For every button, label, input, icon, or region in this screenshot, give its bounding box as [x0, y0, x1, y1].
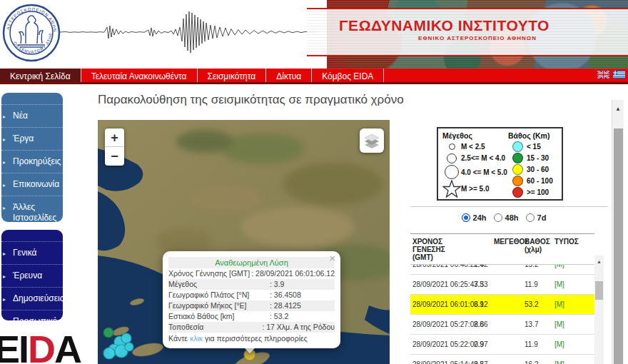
legend-depth-item: < 15 [508, 141, 553, 153]
observatory-seal-logo: ΑΣΤΕΡΟΣΚΟΠΕΙΟΝ ΑΘΗΝΩΝ OBSERVATORY ATHENS [2, 4, 61, 62]
popup-row-value: : 3.9 [270, 279, 284, 290]
radio-button-icon[interactable] [526, 213, 535, 222]
sidebar-item-label: Νέα [13, 111, 28, 121]
popup-row: Γεωγραφικό Πλάτος [°N]: 36.4508 [168, 290, 335, 300]
popup-row-value: : 28/09/2021 06:01:06.12 [251, 268, 335, 279]
cell-depth: 53.2 [525, 295, 554, 314]
table-scrollbar[interactable]: ▲ [594, 256, 604, 364]
table-scroll-up-icon[interactable]: ▲ [594, 256, 604, 268]
map-layers-button[interactable] [360, 128, 384, 153]
radio-24h[interactable]: 24h [462, 213, 487, 222]
seismogram-trace [60, 6, 317, 59]
table-row[interactable]: 28/09/2021 05:27:08.862.613.7[M] [410, 315, 594, 335]
cell-magnitude: 3.3 [474, 275, 525, 294]
sidebar-item-label: Προσωπικό [13, 316, 57, 320]
event-marker-cyan-depth-lt15[interactable] [125, 343, 133, 351]
nav-item[interactable]: Τελευταία Ανακοινωθέντα [81, 69, 198, 82]
panel-divider [410, 206, 608, 207]
institute-subtitle: ΕΘΝΙΚΟ ΑΣΤΕΡΟΣΚΟΠΕΙΟ ΑΘΗΝΩΝ [339, 35, 542, 41]
bullet-icon: ▸ [3, 111, 6, 122]
table-row[interactable]: 28/09/2021 05:22:00.972.911.9[M] [410, 335, 594, 355]
sidebar-menu-secondary: ▸Γενικά▸Έρευνα▸Δημοσιεύσεις▸Προσωπικό [1, 230, 63, 320]
cell-magnitude: 2.9 [474, 335, 525, 354]
bullet-icon: ▸ [3, 248, 6, 259]
sidebar-item[interactable]: ▸Γενικά [1, 241, 63, 264]
table-header-cell: ΧΡΟΝΟΣ ΓΕΝΕΣΗΣ (GMT) [410, 238, 474, 261]
popup-row: Χρόνος Γέννησης [GMT]: 28/09/2021 06:01:… [168, 268, 335, 279]
sidebar-item[interactable]: ▸Δημοσιεύσεις [1, 287, 63, 310]
table-header-cell: ΤΥΠΟΣ [554, 238, 591, 261]
page-title: Παρακολούθηση της σεισμικότητας σε πραγμ… [98, 93, 404, 107]
zoom-in-button[interactable]: + [105, 128, 124, 147]
depth-circle [512, 176, 523, 186]
radio-48h[interactable]: 48h [494, 213, 519, 222]
page-scroll-thumb[interactable] [614, 128, 623, 364]
nav-item[interactable]: Σεισμικότητα [198, 69, 267, 82]
popup-more-info-link[interactable]: κλικ [190, 334, 203, 343]
radio-button-icon[interactable] [462, 213, 470, 222]
sidebar-item-label: Δημοσιεύσεις [13, 293, 63, 303]
event-marker-cyan-depth-lt15[interactable] [121, 333, 131, 343]
cell-depth: 11.9 [525, 335, 554, 354]
eida-letter: D [28, 328, 54, 364]
legend-depth-title: Βάθος (Km) [508, 131, 553, 140]
popup-row: Τοποθεσία: 17 Χλμ. Α της Ρόδου [168, 322, 335, 333]
sidebar-item[interactable]: ▸Προκηρύξεις [1, 150, 63, 173]
event-marker-cyan-depth-lt15[interactable] [103, 348, 115, 359]
institute-title-band: ΓΕΩΔΥΝΑΜΙΚΟ ΙΝΣΤΙΤΟΥΤΟ ΕΘΝΙΚΟ ΑΣΤΕΡΟΣΚΟΠ… [307, 8, 628, 56]
radio-7d[interactable]: 7d [526, 213, 547, 222]
radio-button-icon[interactable] [494, 213, 502, 222]
seismicity-map[interactable]: + − × Αναθεωρημένη Λύση Χρόνος Γέννησης … [98, 120, 390, 364]
table-row[interactable]: 28/09/2021 06:01:06.123.953.2[M] [410, 295, 594, 315]
cell-type: [M] [554, 335, 591, 354]
popup-title: Αναθεωρημένη Λύση [168, 257, 335, 268]
cell-time: 28/09/2021 05:22:00.97 [410, 335, 474, 354]
popup-row-value: : 17 Χλμ. Α της Ρόδου [262, 322, 335, 333]
sidebar-item[interactable]: ▸Επικοινωνία [1, 173, 63, 196]
cell-magnitude: 3.2 [474, 355, 525, 364]
legend-magnitude-title: Μέγεθος [442, 131, 508, 140]
sidebar-item[interactable]: ▸Άλλες Ιστοσελίδες [1, 196, 63, 222]
popup-row-value: : 36.4508 [270, 290, 301, 300]
greek-flag-icon[interactable] [613, 71, 625, 79]
table-row[interactable]: 28/09/2021 06:25:47.533.311.9[M] [410, 275, 594, 295]
zoom-out-button[interactable]: − [105, 147, 124, 166]
bullet-icon: ▸ [3, 317, 6, 320]
circle-small-icon [442, 143, 461, 150]
magnitude-circle [447, 153, 457, 163]
bullet-icon: ▸ [3, 271, 6, 282]
sidebar-item[interactable]: ▸Νέα [1, 104, 63, 127]
depth-circle-icon [508, 164, 527, 175]
legend-magnitude-column: Μέγεθος M < 2.52.5<= M < 4.04.0 <= M < 5… [442, 131, 508, 198]
eida-logo[interactable]: EIDA [0, 330, 81, 364]
sidebar-item[interactable]: ▸Έργα [1, 127, 63, 150]
magnitude-circle [449, 143, 455, 150]
cell-depth: 16.2 [525, 355, 554, 364]
magnitude-circle [445, 165, 459, 179]
table-row[interactable]: 28/09/2021 06:40:21.622.415.2[M] [410, 264, 594, 275]
sidebar-item[interactable]: ▸Έρευνα [1, 264, 63, 287]
popup-row-label: Γεωγραφικό Μήκος [°E] [168, 300, 270, 311]
event-marker-green-depth-15-30[interactable] [103, 328, 113, 338]
sidebar-item-label: Άλλες Ιστοσελίδες [13, 202, 56, 222]
legend-depth-item: >= 100 [508, 186, 553, 198]
popup-row-value: : 53.2 [270, 311, 288, 322]
cell-magnitude: 3.9 [474, 295, 525, 314]
cell-time: 28/09/2021 06:25:47.53 [410, 275, 474, 294]
bullet-icon: ▸ [3, 157, 6, 168]
page-scrollbar[interactable]: ▲ [612, 100, 624, 364]
sidebar-menu-primary: ▸Νέα▸Έργα▸Προκηρύξεις▸Επικοινωνία▸Άλλες … [1, 93, 63, 222]
table-scroll-thumb[interactable] [595, 281, 603, 300]
uk-flag-icon[interactable] [597, 71, 609, 79]
popup-row-label: Τοποθεσία [168, 322, 262, 333]
legend-depth-item: 60 - 100 [508, 175, 553, 186]
table-row[interactable]: 28/09/2021 05:14:49.573.216.2[M] [410, 355, 594, 364]
nav-item[interactable]: Κεντρική Σελίδα [0, 69, 81, 82]
nav-item[interactable]: Δίκτυα [266, 69, 312, 82]
legend-label: 4.0 <= M < 5.0 [461, 168, 507, 176]
page-scroll-up-icon[interactable]: ▲ [612, 100, 624, 118]
sidebar-item[interactable]: ▸Προσωπικό [1, 310, 63, 320]
event-table-header: ΧΡΟΝΟΣ ΓΕΝΕΣΗΣ (GMT)ΜΕΓΕΘΟΣΒΑΘΟΣ (χλμ)ΤΥ… [410, 233, 594, 264]
nav-item[interactable]: Κόμβος EIDA [312, 69, 384, 82]
popup-close-icon[interactable]: × [329, 252, 335, 264]
